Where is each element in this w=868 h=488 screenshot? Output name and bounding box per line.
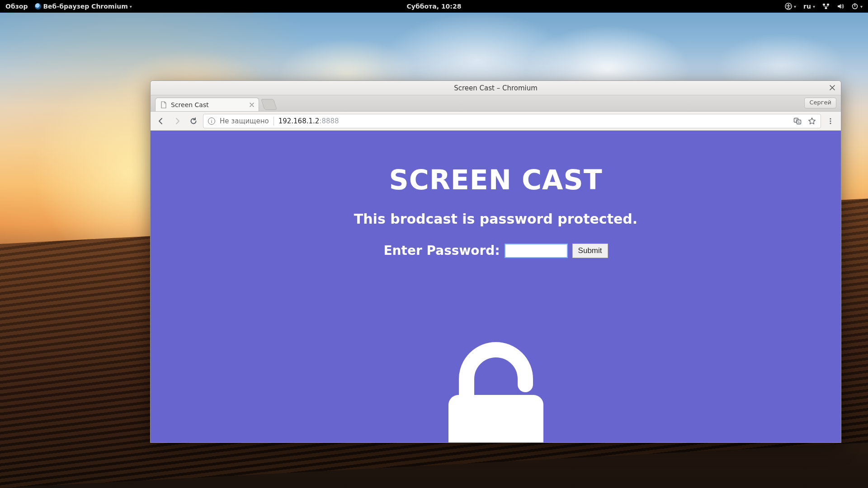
file-icon [160,101,167,108]
tab-close-button[interactable] [250,101,254,108]
svg-text:A: A [798,121,800,124]
browser-menu-button[interactable] [824,114,837,128]
chevron-down-icon: ▾ [860,4,863,9]
address-bar[interactable]: i Не защищено 192.168.1.2:8888 文A [203,114,821,128]
app-menu-label: Веб-браузер Chromium [43,3,127,10]
page-viewport: SCREEN CAST This brodcast is password pr… [151,131,841,442]
svg-point-13 [830,122,831,124]
kebab-menu-icon [827,117,834,125]
power-menu[interactable]: ▾ [849,0,864,13]
accessibility-menu[interactable]: ▾ [783,0,798,13]
chevron-down-icon: ▾ [794,4,796,9]
security-status[interactable]: Не защищено [220,117,269,125]
reload-icon [189,117,198,125]
reload-button[interactable] [187,114,200,128]
page-heading: SCREEN CAST [151,164,841,196]
url-host: 192.168.1.2 [278,117,320,125]
browser-tab[interactable]: Screen Cast [155,98,259,111]
clock[interactable]: Суббота, 10:28 [405,0,463,13]
browser-window: Screen Cast – Chromium Screen Cast Серге… [150,80,841,443]
tab-strip: Screen Cast Сергей [151,95,841,112]
arrow-left-icon [157,117,165,125]
keyboard-layout[interactable]: ru ▾ [802,0,817,13]
svg-rect-3 [827,4,829,5]
url-display: 192.168.1.2:8888 [278,117,339,125]
arrow-right-icon [173,117,181,125]
chromium-icon [35,3,41,9]
power-icon [851,3,859,10]
svg-rect-4 [825,7,827,9]
new-tab-button[interactable] [261,99,277,110]
svg-point-11 [830,118,831,119]
star-icon[interactable] [808,117,816,125]
network-indicator[interactable] [821,0,831,13]
window-close-button[interactable] [828,84,836,92]
close-icon [830,85,835,90]
back-button[interactable] [154,114,168,128]
forward-button[interactable] [170,114,184,128]
chevron-down-icon: ▾ [130,4,132,9]
accessibility-icon [785,3,792,10]
volume-indicator[interactable] [835,0,846,13]
window-titlebar[interactable]: Screen Cast – Chromium [151,81,841,95]
network-icon [822,3,830,10]
password-form: Enter Password: Submit [151,243,841,258]
keyboard-layout-label: ru [803,3,811,10]
password-label: Enter Password: [383,243,500,258]
gnome-top-bar: Обзор Веб-браузер Chromium ▾ Суббота, 10… [0,0,868,13]
close-icon [250,103,254,107]
svg-point-1 [788,4,789,5]
chevron-down-icon: ▾ [813,4,815,9]
unlock-icon [424,316,568,442]
profile-chip[interactable]: Сергей [804,98,836,108]
svg-point-12 [830,120,831,122]
activities-button[interactable]: Обзор [4,0,29,13]
submit-button[interactable]: Submit [572,244,608,258]
lock-graphic [424,316,568,442]
page-subheading: This brodcast is password protected. [151,211,841,227]
window-title: Screen Cast – Chromium [454,84,538,92]
translate-icon[interactable]: 文A [793,117,802,125]
tab-title: Screen Cast [171,101,209,108]
password-input[interactable] [505,244,568,258]
svg-rect-14 [448,395,543,442]
info-icon: i [208,117,215,125]
svg-rect-2 [823,4,825,5]
url-port: :8888 [319,117,339,125]
browser-toolbar: i Не защищено 192.168.1.2:8888 文A [151,112,841,131]
app-menu[interactable]: Веб-браузер Chromium ▾ [33,0,133,13]
separator [274,117,274,126]
volume-icon [837,3,844,10]
